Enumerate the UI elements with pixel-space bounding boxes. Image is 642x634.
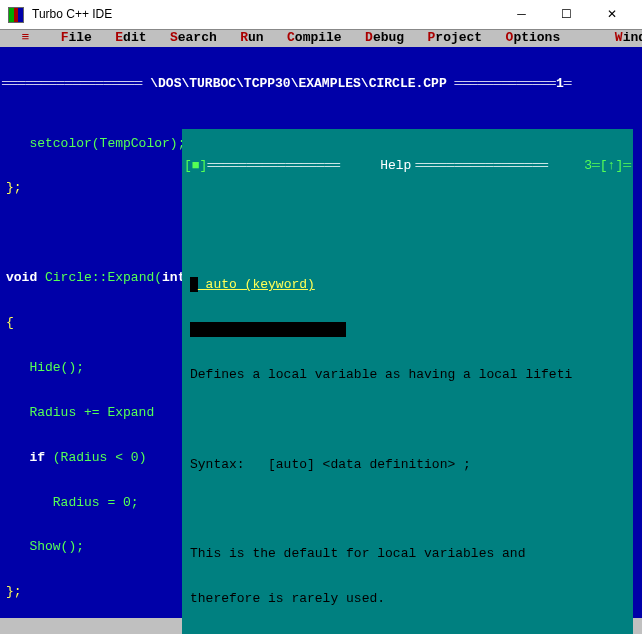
editor-area[interactable]: ══════════════════ \DOS\TURBOC\TCPP30\EX… (0, 47, 642, 618)
app-icon (8, 7, 24, 23)
help-frame-top: [■] ═════════════════ Help ═════════════… (182, 159, 633, 174)
menu-run[interactable]: Run (232, 31, 279, 46)
help-up-arrow-icon[interactable]: ↑ (608, 159, 616, 174)
menu-search[interactable]: Search (162, 31, 232, 46)
editor-frame-top: ══════════════════ \DOS\TURBOC\TCPP30\EX… (0, 77, 642, 92)
help-window[interactable]: [■] ═════════════════ Help ═════════════… (182, 129, 633, 634)
menu-edit[interactable]: Edit (107, 31, 162, 46)
help-window-number: 3 (584, 159, 592, 174)
minimize-button[interactable]: ─ (499, 1, 544, 29)
window-controls: ─ ☐ ✕ (499, 1, 634, 29)
menu-compile[interactable]: Compile (279, 31, 357, 46)
menu-file[interactable]: File (53, 31, 108, 46)
window-number: 1 (556, 76, 564, 91)
menu-bar: ≡ File Edit Search Run Compile Debug Pro… (0, 30, 642, 47)
help-close-icon[interactable]: [■] (184, 159, 207, 174)
menu-project[interactable]: Project (420, 31, 498, 46)
help-body: auto (keyword) Defines a local variable … (182, 204, 633, 634)
menu-window[interactable]: Window (607, 31, 642, 46)
menu-sys[interactable]: ≡ (6, 31, 53, 46)
menu-debug[interactable]: Debug (357, 31, 419, 46)
help-title: Help (376, 159, 415, 174)
maximize-button[interactable]: ☐ (544, 1, 589, 29)
menu-options[interactable]: Options (498, 31, 607, 46)
window-titlebar: Turbo C++ IDE ─ ☐ ✕ (0, 0, 642, 30)
window-title: Turbo C++ IDE (32, 8, 499, 22)
close-button[interactable]: ✕ (589, 1, 634, 29)
help-topic: auto (keyword) (198, 277, 315, 292)
